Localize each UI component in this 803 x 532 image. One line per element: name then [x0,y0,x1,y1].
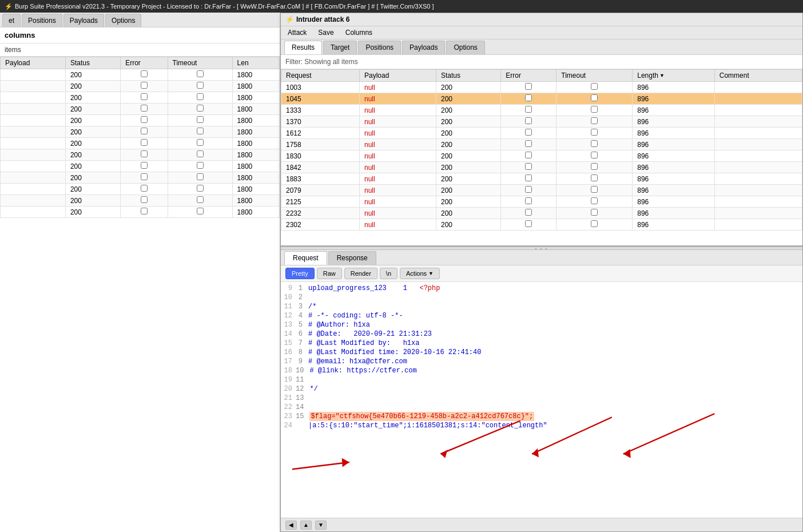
tab-response[interactable]: Response [328,251,376,265]
menu-save[interactable]: Save [316,27,336,38]
left-table-row[interactable]: 200 1800 [1,207,280,218]
left-table-row[interactable]: 200 1800 [1,126,280,138]
length-sort[interactable]: Length ▼ [637,72,709,80]
left-cell-error[interactable] [121,92,168,104]
left-cell-error[interactable] [121,69,168,81]
cell-timeout[interactable] [556,162,633,173]
results-table-row[interactable]: 2232 null 200 896 [281,208,802,219]
tab-et[interactable]: et [2,14,21,27]
code-area[interactable]: 9 1 upload_progress_123 1 <?php 10 2 11 … [281,282,802,518]
left-table-row[interactable]: 200 1800 [1,115,280,126]
results-table-row[interactable]: 1045 null 200 896 [281,93,802,105]
cell-timeout[interactable] [556,185,633,196]
tab-payloads[interactable]: Payloads [402,41,445,54]
results-table-row[interactable]: 2302 null 200 896 [281,219,802,231]
cell-timeout[interactable] [556,93,633,105]
left-cell-timeout[interactable] [168,172,232,184]
cell-error[interactable] [501,162,556,173]
left-table-row[interactable]: 200 1800 [1,195,280,207]
left-cell-timeout[interactable] [168,115,232,126]
menu-attack[interactable]: Attack [285,27,309,38]
cell-error[interactable] [501,150,556,162]
results-table-row[interactable]: 1003 null 200 896 [281,82,802,93]
btn-pretty[interactable]: Pretty [285,268,315,279]
results-table-row[interactable]: 1830 null 200 896 [281,150,802,162]
cell-error[interactable] [501,208,556,219]
left-cell-timeout[interactable] [168,161,232,172]
left-cell-timeout[interactable] [168,195,232,207]
btn-nav-left[interactable]: ◀ [285,521,297,530]
left-cell-error[interactable] [121,161,168,172]
left-cell-error[interactable] [121,149,168,161]
results-table-row[interactable]: 1333 null 200 896 [281,105,802,116]
cell-error[interactable] [501,128,556,139]
tab-payloads[interactable]: Payloads [63,14,104,27]
results-table-container[interactable]: Request Payload Status Error Timeout Len… [281,69,802,247]
tab-request[interactable]: Request [284,251,327,265]
results-table-row[interactable]: 1883 null 200 896 [281,173,802,185]
left-cell-error[interactable] [121,195,168,207]
cell-timeout[interactable] [556,139,633,150]
tab-target[interactable]: Target [323,41,357,54]
cell-error[interactable] [501,93,556,105]
tab-options[interactable]: Options [446,41,484,54]
left-table-container[interactable]: Payload Status Error Timeout Len 200 180… [0,57,280,532]
left-cell-error[interactable] [121,126,168,138]
results-table-row[interactable]: 1842 null 200 896 [281,162,802,173]
results-table-row[interactable]: 2125 null 200 896 [281,196,802,208]
left-cell-timeout[interactable] [168,92,232,104]
left-table-row[interactable]: 200 1800 [1,69,280,81]
left-cell-error[interactable] [121,81,168,92]
cell-error[interactable] [501,105,556,116]
left-cell-timeout[interactable] [168,149,232,161]
left-table-row[interactable]: 200 1800 [1,81,280,92]
btn-nav-down[interactable]: ▼ [315,521,327,530]
cell-timeout[interactable] [556,173,633,185]
cell-error[interactable] [501,173,556,185]
cell-timeout[interactable] [556,116,633,128]
cell-timeout[interactable] [556,196,633,208]
left-cell-error[interactable] [121,172,168,184]
cell-timeout[interactable] [556,105,633,116]
tab-positions[interactable]: Positions [22,14,62,27]
tab-options[interactable]: Options [105,14,141,27]
left-cell-error[interactable] [121,184,168,195]
tab-results[interactable]: Results [284,41,322,54]
cell-timeout[interactable] [556,128,633,139]
cell-error[interactable] [501,219,556,231]
btn-newline[interactable]: \n [380,268,397,279]
results-table-row[interactable]: 1370 null 200 896 [281,116,802,128]
left-cell-timeout[interactable] [168,207,232,218]
left-cell-error[interactable] [121,207,168,218]
left-cell-timeout[interactable] [168,126,232,138]
col-length[interactable]: Length ▼ [633,70,714,82]
cell-error[interactable] [501,82,556,93]
cell-timeout[interactable] [556,82,633,93]
cell-error[interactable] [501,116,556,128]
left-table-row[interactable]: 200 1800 [1,161,280,172]
btn-actions[interactable]: Actions [400,268,440,279]
cell-timeout[interactable] [556,208,633,219]
left-table-row[interactable]: 200 1800 [1,138,280,149]
left-table-row[interactable]: 200 1800 [1,104,280,115]
left-cell-error[interactable] [121,104,168,115]
left-cell-error[interactable] [121,138,168,149]
left-table-row[interactable]: 200 1800 [1,184,280,195]
left-cell-timeout[interactable] [168,104,232,115]
left-cell-timeout[interactable] [168,184,232,195]
cell-timeout[interactable] [556,219,633,231]
left-table-row[interactable]: 200 1800 [1,172,280,184]
cell-error[interactable] [501,185,556,196]
left-cell-timeout[interactable] [168,138,232,149]
left-table-row[interactable]: 200 1800 [1,149,280,161]
cell-error[interactable] [501,196,556,208]
results-table-row[interactable]: 2079 null 200 896 [281,185,802,196]
btn-render[interactable]: Render [344,268,377,279]
btn-raw[interactable]: Raw [317,268,342,279]
left-cell-timeout[interactable] [168,69,232,81]
left-cell-timeout[interactable] [168,81,232,92]
results-table-row[interactable]: 1758 null 200 896 [281,139,802,150]
results-table-row[interactable]: 1612 null 200 896 [281,128,802,139]
menu-columns[interactable]: Columns [343,27,375,38]
cell-timeout[interactable] [556,150,633,162]
